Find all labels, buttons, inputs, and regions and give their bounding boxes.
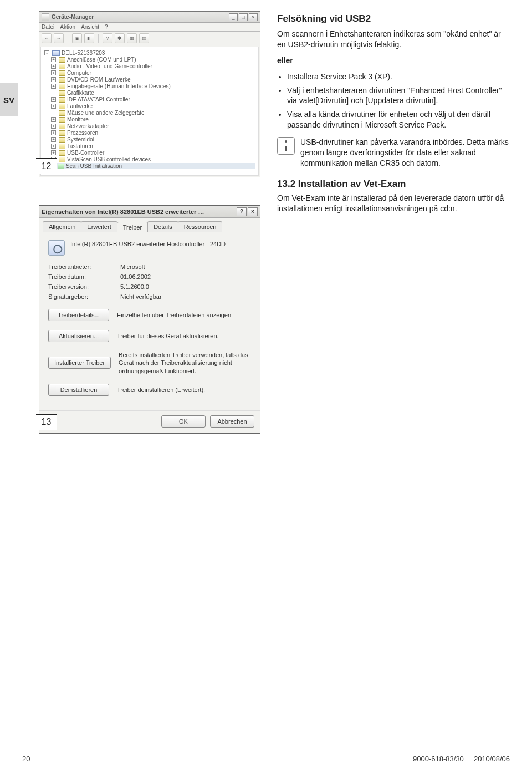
expand-icon[interactable]: + xyxy=(51,144,56,149)
expand-icon[interactable]: + xyxy=(51,70,56,75)
tree-node[interactable]: +Eingabegeräte (Human Interface Devices) xyxy=(44,83,255,89)
back-button[interactable]: ← xyxy=(42,33,52,43)
menu-item[interactable]: Aktion xyxy=(60,24,75,30)
toolbar-button[interactable]: ▣ xyxy=(72,33,82,43)
collapse-icon[interactable]: - xyxy=(44,50,49,55)
expand-icon[interactable]: + xyxy=(51,64,56,69)
device-category-icon xyxy=(59,130,65,136)
forward-button[interactable]: → xyxy=(54,33,64,43)
expand-icon[interactable]: + xyxy=(51,137,56,142)
tree-node[interactable]: +Audio-, Video- und Gamecontroller xyxy=(44,63,255,69)
action-row: DeinstallierenTreiber deinstallieren (Er… xyxy=(48,384,251,396)
expand-icon[interactable]: + xyxy=(51,130,56,135)
device-category-icon xyxy=(59,110,65,116)
property-key: Treiberanbieter: xyxy=(48,263,120,270)
window-titlebar: Geräte-Manager _ □ × xyxy=(39,12,260,23)
tab-strip: AllgemeinErweitertTreiberDetailsRessourc… xyxy=(39,218,260,232)
body-text: Om scannern i Enhetshanteraren indikeras… xyxy=(277,29,510,50)
device-category-icon xyxy=(59,117,65,123)
device-category-icon xyxy=(59,137,65,143)
property-value: 01.06.2002 xyxy=(120,273,151,280)
action-description: Treiber deinstallieren (Erweitert). xyxy=(117,386,251,394)
close-button[interactable]: × xyxy=(248,207,258,216)
tree-node-selected[interactable]: Scan USB Initialisation xyxy=(44,163,255,169)
expand-icon[interactable]: + xyxy=(51,57,56,62)
tree-node[interactable]: +Monitore xyxy=(44,116,255,123)
action-row: Aktualisieren...Treiber für dieses Gerät… xyxy=(48,330,251,342)
tree-label: DELL-521367203 xyxy=(62,50,105,56)
menu-item[interactable]: ? xyxy=(105,24,108,30)
action-button[interactable]: Treiberdetails... xyxy=(48,309,109,321)
tree-node[interactable]: +DVD/CD-ROM-Laufwerke xyxy=(44,77,255,83)
toolbar-button[interactable]: ✱ xyxy=(115,33,125,43)
action-button[interactable]: Aktualisieren... xyxy=(48,330,109,342)
tree-node[interactable]: +Prozessoren xyxy=(44,130,255,136)
device-category-icon xyxy=(59,84,65,89)
property-key: Treiberdatum: xyxy=(48,273,120,280)
usb-controller-icon xyxy=(48,240,65,256)
device-tree[interactable]: - DELL-521367203 +Anschlüsse (COM und LP… xyxy=(40,47,259,176)
close-button[interactable]: × xyxy=(249,13,258,21)
doc-date: 2010/08/06 xyxy=(474,755,510,763)
tree-label: Netzwerkadapter xyxy=(67,123,109,129)
property-value: 5.1.2600.0 xyxy=(120,283,149,290)
section-title: Felsökning vid USB2 xyxy=(277,13,510,24)
menu-item[interactable]: Datei xyxy=(42,24,54,30)
tab-details[interactable]: Details xyxy=(147,221,178,232)
action-button[interactable]: Deinstallieren xyxy=(48,384,109,396)
property-key: Signaturgeber: xyxy=(48,293,120,300)
maximize-button[interactable]: □ xyxy=(239,13,248,21)
tree-node[interactable]: +Anschlüsse (COM und LPT) xyxy=(44,57,255,63)
tree-node[interactable]: +Netzwerkadapter xyxy=(44,123,255,129)
tree-node[interactable]: +Tastaturen xyxy=(44,143,255,149)
toolbar-button[interactable]: ◧ xyxy=(84,33,94,43)
tree-node[interactable]: Mäuse und andere Zeigegeräte xyxy=(44,110,255,116)
tree-node[interactable]: +Laufwerke xyxy=(44,103,255,109)
tree-node[interactable]: +Systemidol xyxy=(44,136,255,143)
tab-ressourcen[interactable]: Ressourcen xyxy=(178,221,223,232)
action-row: Treiberdetails...Einzelheiten über Treib… xyxy=(48,309,251,321)
computer-icon xyxy=(52,50,60,56)
tree-label: Laufwerke xyxy=(67,103,93,109)
expand-icon[interactable]: + xyxy=(51,104,56,109)
tree-node[interactable]: +IDE ATA/ATAPI-Controller xyxy=(44,96,255,103)
minimize-button[interactable]: _ xyxy=(229,13,238,21)
ok-button[interactable]: OK xyxy=(161,415,206,428)
tab-allgemein[interactable]: Allgemein xyxy=(43,221,81,232)
device-category-icon xyxy=(59,124,65,129)
property-value: Nicht verfügbar xyxy=(120,293,162,300)
list-item: Visa alla kända drivrutiner för enheten … xyxy=(287,109,510,130)
property-key: Treiberversion: xyxy=(48,283,120,290)
expand-icon[interactable]: + xyxy=(51,124,56,129)
tree-label: Computer xyxy=(67,70,91,76)
tree-label: Anschlüsse (COM und LPT) xyxy=(67,57,136,63)
device-category-icon xyxy=(59,157,65,162)
tab-treiber[interactable]: Treiber xyxy=(117,222,148,232)
cancel-button[interactable]: Abbrechen xyxy=(210,415,254,428)
tree-node[interactable]: +USB-Controller xyxy=(44,150,255,156)
help-button[interactable]: ? xyxy=(237,207,247,216)
tree-root[interactable]: - DELL-521367203 xyxy=(44,50,255,56)
device-manager-window: Geräte-Manager _ □ × Datei Aktion Ansich… xyxy=(39,11,260,177)
tree-label: Tastaturen xyxy=(67,143,93,149)
tree-node[interactable]: -VistaScan USB controlled devices xyxy=(44,156,255,162)
menu-item[interactable]: Ansicht xyxy=(81,24,99,30)
expand-icon[interactable]: + xyxy=(51,77,56,82)
expand-icon[interactable]: + xyxy=(51,117,56,122)
toolbar-button[interactable]: ▦ xyxy=(127,33,137,43)
action-description: Einzelheiten über Treiberdateien anzeige… xyxy=(117,311,251,319)
tree-node[interactable]: Grafikkarte xyxy=(44,90,255,96)
tree-label: IDE ATA/ATAPI-Controller xyxy=(67,96,130,103)
device-category-icon xyxy=(59,64,65,69)
tree-node[interactable]: +Computer xyxy=(44,70,255,76)
device-category-icon xyxy=(59,97,65,103)
toolbar-button[interactable]: ? xyxy=(103,33,112,43)
expand-icon[interactable]: + xyxy=(51,150,56,155)
tree-label: Mäuse und andere Zeigegeräte xyxy=(67,110,145,116)
toolbar-button[interactable]: ▤ xyxy=(139,33,149,43)
action-button[interactable]: Installierter Treiber xyxy=(48,357,111,369)
tab-erweitert[interactable]: Erweitert xyxy=(81,221,117,232)
device-category-icon xyxy=(59,150,65,156)
expand-icon[interactable]: + xyxy=(51,97,56,102)
expand-icon[interactable]: + xyxy=(51,84,56,89)
